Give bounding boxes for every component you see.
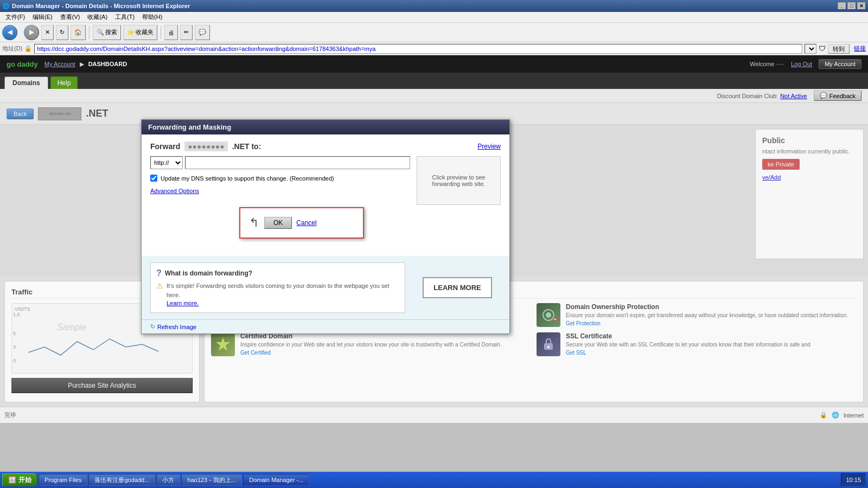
- menu-help[interactable]: 帮助(H): [139, 12, 165, 22]
- go-button[interactable]: 转到: [828, 44, 850, 54]
- lock-status-icon: 🔒: [820, 412, 827, 419]
- refresh-image-link[interactable]: ↻ Refresh Image: [150, 323, 501, 330]
- taskbar-program-files[interactable]: Program Files: [39, 474, 87, 486]
- address-dropdown[interactable]: [805, 44, 816, 54]
- domain-extension: .NET: [86, 108, 108, 119]
- favorites-btn[interactable]: ⭐ 收藏夹: [123, 25, 157, 40]
- domain-protection-name: Domain Ownership Protection: [566, 303, 857, 311]
- logout-link[interactable]: Log Out: [791, 61, 812, 67]
- feedback-button[interactable]: 💬 Feedback: [814, 91, 861, 101]
- confirm-area: ↰ OK Cancel: [142, 213, 509, 245]
- menu-edit[interactable]: 编辑(E): [29, 12, 56, 22]
- dns-checkbox[interactable]: [150, 175, 157, 182]
- protocol-select[interactable]: http:// https:// ftp://: [150, 156, 183, 169]
- learn-more-button[interactable]: LEARN MORE: [423, 277, 492, 298]
- address-input[interactable]: [34, 44, 802, 54]
- review-add-link[interactable]: ve/Add: [762, 174, 857, 181]
- purchase-analytics-btn[interactable]: Purchase Site Analytics: [11, 378, 193, 393]
- get-ssl-link[interactable]: Get SSL: [566, 350, 586, 356]
- refresh-btn[interactable]: ↻: [56, 25, 68, 40]
- menu-bar: 文件(F) 编辑(E) 查看(V) 收藏(A) 工具(T) 帮助(H): [0, 12, 868, 23]
- ssl-icon: [537, 332, 560, 356]
- menu-view[interactable]: 查看(V): [57, 12, 84, 22]
- certified-desc: Inspire confidence in your Web site and …: [240, 341, 531, 349]
- taskbar-xiaofang[interactable]: 小方: [156, 474, 180, 486]
- search-btn[interactable]: 🔍 搜索: [93, 25, 121, 40]
- taskbar: 🪟 开始 Program Files 落伍有注册godadd... 小方 hao…: [0, 472, 868, 488]
- ok-button[interactable]: OK: [264, 217, 292, 229]
- home-btn[interactable]: 🏠: [71, 25, 86, 40]
- confirm-dialog: ↰ OK Cancel: [239, 207, 364, 239]
- my-account-button[interactable]: My Account: [819, 59, 861, 69]
- maximize-btn[interactable]: □: [847, 2, 856, 10]
- ssl-name: SSL Certificate: [566, 332, 857, 340]
- taskbar-domain-manager[interactable]: Domain Manager -...: [243, 474, 309, 486]
- info-box: ? What is domain forwarding? ⚠ It's simp…: [150, 262, 405, 313]
- tab-domains[interactable]: Domains: [4, 76, 48, 89]
- y-label-1: 1.0: [13, 312, 20, 317]
- star-icon: ⭐: [127, 29, 135, 36]
- search-icon: 🔍: [97, 29, 104, 36]
- taskbar-hao123[interactable]: hao123－我的上...: [181, 474, 242, 486]
- preview-link[interactable]: Preview: [477, 143, 501, 150]
- y-label-4: 0: [13, 358, 16, 363]
- window-icon: 🌐: [2, 3, 10, 10]
- feedback-icon: 💬: [820, 92, 827, 99]
- cursor-icon: ↰: [249, 216, 259, 230]
- stop-btn[interactable]: ✕: [41, 25, 54, 40]
- advanced-options-link[interactable]: Advanced Options: [150, 188, 199, 194]
- back-page-btn[interactable]: Back: [7, 108, 34, 119]
- ie-icon: 🌐: [832, 412, 839, 419]
- cancel-link[interactable]: Cancel: [296, 219, 316, 227]
- certified-content: Certified Domain Inspire confidence in y…: [240, 332, 531, 356]
- godaddy-right: Welcome ····· Log Out My Account: [750, 59, 861, 69]
- my-account-link[interactable]: My Account: [44, 61, 75, 67]
- domain-protection-icon: [537, 303, 560, 327]
- taskbar-clock: 10:15: [841, 473, 866, 486]
- menu-tools[interactable]: 工具(T): [112, 12, 138, 22]
- refresh-label: Refresh Image: [157, 324, 196, 330]
- get-protection-link[interactable]: Get Protection: [566, 320, 601, 326]
- taskbar-godaddy[interactable]: 落伍有注册godadd...: [88, 474, 155, 486]
- status-left: 完毕: [4, 411, 16, 419]
- preview-panel: Click preview to see forwarding web site…: [417, 156, 501, 205]
- forward-title-text: Forward ●●●●●●●● .NET to:: [150, 142, 261, 151]
- window-title: Domain Manager - Domain Details - Micros…: [12, 3, 190, 9]
- ssl-desc: Secure your Web site with an SSL Certifi…: [566, 341, 857, 349]
- y-label-3: 3: [13, 344, 16, 350]
- forward-header: Forward ●●●●●●●● .NET to: Preview: [150, 142, 501, 151]
- help-button[interactable]: Help: [50, 76, 78, 89]
- start-button[interactable]: 🪟 开始: [2, 473, 37, 486]
- links-link[interactable]: 链接: [854, 44, 866, 53]
- learn-more-panel: LEARN MORE: [414, 262, 501, 313]
- security-icon: 🛡: [819, 44, 826, 53]
- not-active-link[interactable]: Not Active: [780, 93, 807, 99]
- warning-icon: ⚠: [156, 281, 163, 290]
- confirm-content: ↰ OK Cancel: [249, 216, 354, 230]
- discuss-btn[interactable]: 💬: [195, 25, 210, 40]
- info-box-title: ? What is domain forwarding?: [156, 268, 399, 278]
- url-input[interactable]: [185, 156, 410, 169]
- learn-more-link[interactable]: Learn more.: [167, 300, 199, 306]
- make-private-btn[interactable]: ke Private: [762, 159, 800, 170]
- start-label: 开始: [18, 476, 31, 485]
- edit-btn[interactable]: ✏: [180, 25, 193, 40]
- toolbar-sep1: [89, 26, 90, 39]
- back-btn[interactable]: ◀: [2, 25, 17, 40]
- print-btn[interactable]: 🖨: [164, 25, 178, 40]
- y-label-2: 5: [13, 331, 16, 336]
- modal-form-area: http:// https:// ftp:// Update my DNS se…: [150, 156, 410, 205]
- what-is-forwarding: What is domain forwarding?: [165, 269, 252, 277]
- refresh-icon: ↻: [150, 323, 155, 330]
- menu-favorites[interactable]: 收藏(A): [84, 12, 111, 22]
- status-bar: 完毕 🔒 🌐 Internet: [0, 407, 868, 423]
- forwarding-modal: Forwarding and Masking Forward ●●●●●●●● …: [141, 119, 510, 334]
- forward-btn[interactable]: ▶: [24, 25, 39, 40]
- breadcrumb-sep: ▶: [80, 61, 84, 68]
- status-bar-right: 🔒 🌐 Internet: [820, 412, 864, 419]
- get-certified-link[interactable]: Get Certified: [240, 350, 271, 356]
- menu-file[interactable]: 文件(F): [2, 12, 28, 22]
- minimize-btn[interactable]: _: [838, 2, 846, 10]
- close-btn[interactable]: ✕: [857, 2, 866, 10]
- domain-name-blurred: ●●●●●●●●: [184, 142, 228, 151]
